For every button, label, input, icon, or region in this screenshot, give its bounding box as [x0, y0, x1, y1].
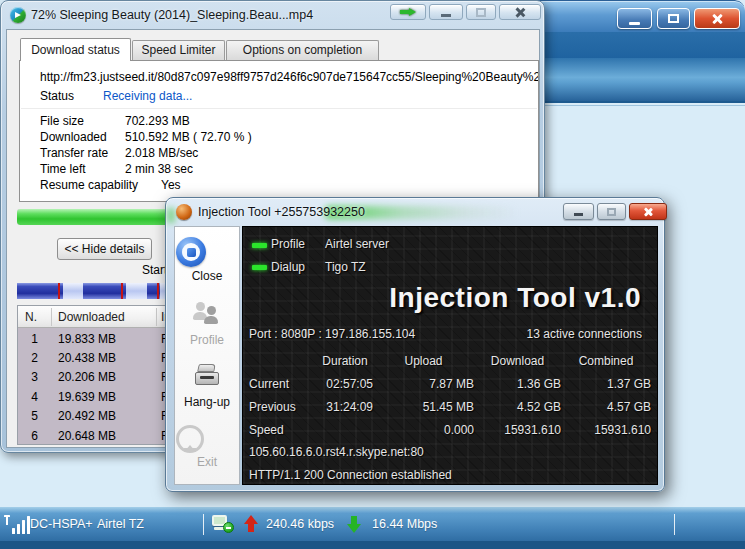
profile-label: Profile: [271, 237, 305, 251]
network-mode-label: DC-HSPA+: [30, 517, 93, 531]
speed-row-label: Speed: [249, 419, 317, 442]
users-icon: [191, 301, 223, 327]
download-header: Download: [474, 350, 561, 373]
tab-speed-limiter[interactable]: Speed Limiter: [132, 40, 225, 60]
profile-value: Airtel server: [325, 237, 389, 251]
idm-logo-icon: [10, 7, 26, 23]
current-row-label: Current: [249, 373, 317, 396]
dialup-led-indicator: [252, 265, 267, 270]
log-line-http: HTTP/1.1 200 Connection established: [249, 468, 452, 482]
connection-statusbar: DC-HSPA+ Airtel TZ 240.46 kbps 16.44 Mbp…: [0, 507, 745, 541]
traffic-stats-table: Duration Upload Download Combined Curren…: [249, 350, 651, 442]
tab-download-status[interactable]: Download status: [20, 38, 131, 61]
eject-icon: [176, 425, 204, 453]
filesize-label: File size: [40, 114, 84, 128]
bg-close-button[interactable]: [694, 8, 740, 29]
status-value: Receiving data...: [103, 89, 192, 103]
downloaded-label: Downloaded: [40, 130, 107, 144]
hang-up-button[interactable]: Hang-up: [176, 363, 238, 409]
ip-value: IP : 197.186.155.104: [304, 327, 415, 341]
time-left-value: 2 min 38 sec: [125, 162, 193, 176]
download-url: http://fm23.justseed.it/80d87c097e98ff97…: [40, 70, 538, 84]
statusbar-separator-2: [674, 514, 675, 535]
combined-header: Combined: [561, 350, 651, 373]
injection-sidebar: Close Profile Hang-up Exit: [174, 226, 240, 485]
close-icon: [711, 13, 723, 25]
col-downloaded-header: Downloaded: [58, 310, 125, 324]
transfer-rate-label: Transfer rate: [40, 146, 108, 160]
injection-titlebar[interactable]: Injection Tool +255753932250: [166, 198, 664, 226]
start-positions-label: Start: [142, 263, 167, 277]
injection-window-title: Injection Tool +255753932250: [198, 205, 365, 219]
idm-panel-toggle-button[interactable]: [390, 4, 426, 20]
bg-maximize-button[interactable]: [657, 8, 690, 29]
idm-window-title: 72% Sleeping Beauty (2014)_Sleeping.Beau…: [31, 8, 313, 22]
col-n-header: N.: [25, 310, 37, 324]
maximize-icon: [668, 14, 679, 23]
background-bottom-edge: [0, 541, 745, 549]
profile-button[interactable]: Profile: [176, 301, 238, 347]
injection-close-button[interactable]: [629, 203, 667, 220]
previous-row-label: Previous: [249, 396, 317, 419]
resume-capability-value: Yes: [161, 178, 181, 192]
injection-status-panel: Profile Airtel server Dialup Tigo TZ Inj…: [242, 226, 658, 485]
status-label: Status: [40, 89, 74, 103]
filesize-value: 702.293 MB: [125, 114, 190, 128]
injection-maximize-button[interactable]: [597, 203, 626, 220]
time-left-label: Time left: [40, 162, 86, 176]
close-icon: [643, 207, 653, 217]
dialup-label: Dialup: [271, 260, 305, 274]
resume-capability-label: Resume capability: [40, 178, 138, 192]
connected-computer-icon: [212, 514, 234, 534]
idm-titlebar[interactable]: 72% Sleeping Beauty (2014)_Sleeping.Beau…: [1, 1, 544, 29]
tab-options-on-completion[interactable]: Options on completion: [226, 40, 379, 60]
port-value: Port : 8080: [249, 327, 308, 341]
injection-minimize-button[interactable]: [563, 203, 594, 220]
duration-header: Duration: [317, 350, 373, 373]
injection-tool-window: Injection Tool +255753932250 Close Profi…: [165, 197, 665, 492]
maximize-icon: [476, 8, 486, 17]
minimize-icon: [629, 22, 640, 25]
close-connection-button[interactable]: Close: [176, 237, 238, 283]
download-speed-value: 16.44 Mbps: [372, 517, 437, 531]
active-connections-value: 13 active connections: [527, 327, 642, 341]
stop-record-icon: [176, 237, 206, 267]
minimize-icon: [441, 14, 451, 17]
downloaded-value: 510.592 MB ( 72.70 % ): [125, 130, 252, 144]
bg-minimize-button[interactable]: [617, 8, 652, 29]
upload-speed-value: 240.46 kbps: [266, 517, 334, 531]
hide-details-button[interactable]: << Hide details: [57, 238, 152, 260]
upload-arrow-icon: [244, 515, 258, 533]
idm-maximize-button[interactable]: [466, 4, 496, 20]
green-arrow-icon: [400, 8, 416, 16]
panel-divider: [21, 108, 537, 109]
injection-app-icon: [176, 204, 192, 220]
signal-strength-icon: [6, 515, 30, 534]
glass-green-glow: [167, 208, 175, 223]
phone-device-icon: [192, 363, 222, 389]
app-title: Injection Tool v1.0: [389, 282, 641, 314]
close-icon: [515, 7, 526, 18]
dialup-value: Tigo TZ: [325, 260, 366, 274]
minimize-icon: [574, 213, 583, 216]
upload-header: Upload: [373, 350, 474, 373]
operator-label: Airtel TZ: [97, 517, 144, 531]
maximize-icon: [607, 208, 616, 216]
log-line-host: 105.60.16.6.0.rst4.r.skype.net:80: [249, 445, 424, 459]
statusbar-separator: [203, 514, 204, 535]
idm-minimize-button[interactable]: [429, 4, 463, 20]
transfer-rate-value: 2.018 MB/sec: [125, 146, 198, 160]
exit-button[interactable]: Exit: [176, 425, 238, 469]
download-status-panel: http://fm23.justseed.it/80d87c097e98ff97…: [19, 60, 539, 202]
profile-led-indicator: [252, 243, 267, 248]
download-arrow-icon: [347, 515, 361, 533]
idm-close-button[interactable]: [499, 4, 541, 20]
